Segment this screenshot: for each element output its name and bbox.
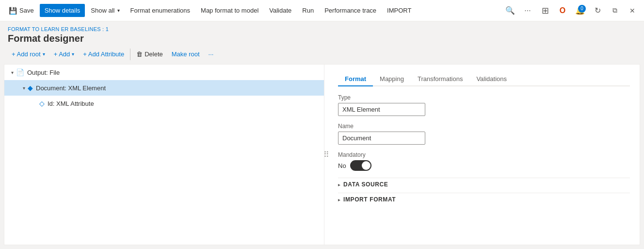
- refresh-button[interactable]: ↻: [590, 3, 605, 18]
- validate-button[interactable]: Validate: [264, 4, 296, 17]
- restore-icon: ⧉: [612, 6, 617, 15]
- tree-label-output: Output: File: [27, 69, 60, 76]
- name-field-group: Name: [338, 123, 630, 145]
- file-icon: 📄: [16, 68, 24, 76]
- performance-trace-button[interactable]: Performance trace: [320, 4, 381, 17]
- tree-item-id[interactable]: ▾ ◇ Id: XML Attribute: [4, 96, 324, 111]
- add-button[interactable]: + Add ▾: [50, 48, 79, 60]
- type-label: Type: [338, 94, 630, 101]
- toolbar-right: 🔍 ··· ⊞ O 🔔 0 ↻ ⧉ ✕: [502, 3, 640, 18]
- format-enumerations-button[interactable]: Format enumerations: [126, 4, 195, 17]
- add-root-chevron-icon: ▾: [43, 51, 45, 57]
- import-format-section[interactable]: ▸ IMPORT FORMAT: [338, 193, 630, 206]
- grid-icon: ⊞: [542, 5, 549, 16]
- data-source-chevron-icon: ▸: [338, 182, 340, 187]
- tab-validations[interactable]: Validations: [469, 72, 514, 86]
- chevron-down-icon: ▾: [117, 8, 120, 13]
- subtitle-number: 1: [106, 26, 109, 32]
- xml-element-icon: ◆: [28, 84, 33, 92]
- add-root-label: + Add root: [12, 50, 41, 58]
- main-split: ▾ 📄 Output: File ▾ ◆ Document: XML Eleme…: [4, 64, 640, 245]
- tab-format[interactable]: Format: [338, 72, 373, 86]
- mandatory-label: Mandatory: [338, 151, 630, 158]
- page-title: Format designer: [8, 33, 636, 44]
- more-icon: ···: [524, 6, 531, 15]
- tree-label-id: Id: XML Attribute: [48, 100, 94, 107]
- tree-chevron-document: ▾: [20, 84, 28, 92]
- show-all-button[interactable]: Show all ▾: [86, 4, 124, 17]
- add-root-button[interactable]: + Add root ▾: [8, 48, 49, 60]
- action-bar: + Add root ▾ + Add ▾ + Add Attribute 🗑 D…: [0, 44, 644, 64]
- run-button[interactable]: Run: [297, 4, 319, 17]
- make-root-button[interactable]: Make root: [168, 48, 204, 60]
- tab-transformations[interactable]: Transformations: [411, 72, 469, 86]
- mandatory-field-group: Mandatory No: [338, 151, 630, 171]
- page-subtitle: FORMAT TO LEARN ER BASELINES : 1: [8, 26, 636, 32]
- add-attribute-label: + Add Attribute: [83, 50, 124, 58]
- add-label: + Add: [54, 50, 70, 58]
- toolbar: 💾 Save Show details Show all ▾ Format en…: [0, 0, 644, 21]
- tree-chevron-output: ▾: [8, 68, 16, 76]
- data-source-section[interactable]: ▸ DATA SOURCE: [338, 178, 630, 191]
- name-label: Name: [338, 123, 630, 130]
- more-actions-button[interactable]: ···: [205, 48, 218, 60]
- detail-panel: Format Mapping Transformations Validatio…: [328, 65, 640, 245]
- refresh-icon: ↻: [595, 6, 601, 15]
- grid-button[interactable]: ⊞: [537, 3, 553, 18]
- name-input[interactable]: [338, 132, 425, 145]
- search-icon: 🔍: [505, 6, 515, 15]
- import-format-label: IMPORT FORMAT: [343, 196, 396, 203]
- content-area: FORMAT TO LEARN ER BASELINES : 1 Format …: [0, 21, 644, 249]
- notification-badge: 0: [578, 5, 586, 13]
- close-icon: ✕: [629, 7, 635, 15]
- mandatory-toggle[interactable]: [350, 160, 371, 171]
- tab-mapping[interactable]: Mapping: [373, 72, 411, 86]
- bell-wrap: 🔔 0: [572, 3, 588, 18]
- delete-button[interactable]: 🗑 Delete: [132, 48, 167, 60]
- restore-button[interactable]: ⧉: [607, 3, 623, 18]
- drag-handle[interactable]: ⠿: [324, 65, 328, 245]
- tree-item-document[interactable]: ▾ ◆ Document: XML Element: [4, 80, 324, 96]
- xml-attribute-icon: ◇: [39, 100, 45, 107]
- map-format-button[interactable]: Map format to model: [196, 4, 263, 17]
- save-icon: 💾: [9, 7, 17, 15]
- tree-panel: ▾ 📄 Output: File ▾ ◆ Document: XML Eleme…: [4, 65, 324, 245]
- mandatory-toggle-wrap: No: [338, 160, 630, 171]
- add-attribute-button[interactable]: + Add Attribute: [79, 48, 128, 60]
- tree-label-document: Document: XML Element: [36, 84, 106, 92]
- save-button[interactable]: 💾 Save: [4, 4, 39, 17]
- office-icon: O: [560, 6, 565, 15]
- search-button[interactable]: 🔍: [502, 3, 518, 18]
- office-button[interactable]: O: [555, 3, 570, 18]
- toggle-thumb: [362, 161, 370, 170]
- type-field-group: Type: [338, 94, 630, 116]
- import-button[interactable]: IMPORT: [382, 4, 416, 17]
- page-header: FORMAT TO LEARN ER BASELINES : 1 Format …: [0, 21, 644, 44]
- tree-item-output-file[interactable]: ▾ 📄 Output: File: [4, 65, 324, 80]
- show-details-button[interactable]: Show details: [40, 4, 85, 17]
- data-source-label: DATA SOURCE: [343, 181, 388, 188]
- detail-tabs: Format Mapping Transformations Validatio…: [338, 72, 630, 86]
- add-chevron-icon: ▾: [72, 51, 74, 57]
- mandatory-toggle-label: No: [338, 162, 346, 169]
- action-separator: [130, 49, 130, 60]
- trash-icon: 🗑: [136, 50, 143, 58]
- type-input[interactable]: [338, 103, 425, 116]
- more-options-button[interactable]: ···: [520, 3, 535, 18]
- import-format-chevron-icon: ▸: [338, 197, 340, 202]
- close-button[interactable]: ✕: [625, 3, 640, 18]
